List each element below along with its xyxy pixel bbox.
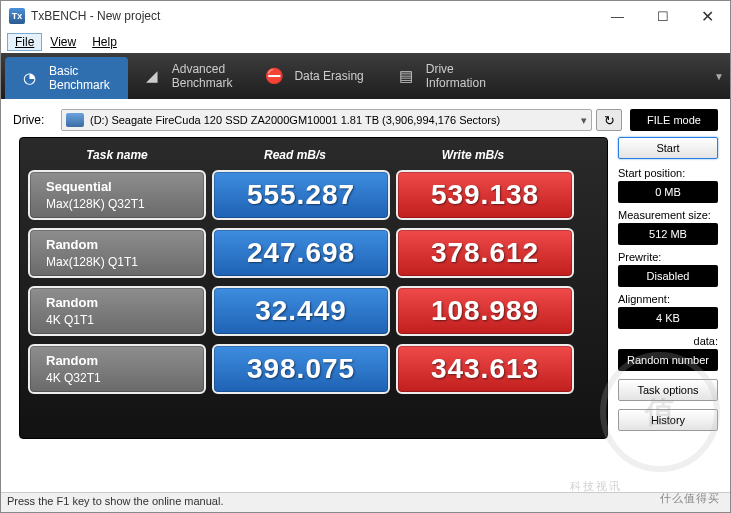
read-value: 32.449 (212, 286, 390, 336)
chart-icon: ◢ (142, 67, 162, 85)
window-title: TxBENCH - New project (31, 9, 595, 23)
erase-icon: ⛔ (264, 67, 284, 85)
drive-label: Drive: (13, 113, 61, 127)
data-value[interactable]: Random number (618, 349, 718, 371)
drive-icon: ▤ (396, 67, 416, 85)
data-label: data: (618, 335, 718, 347)
write-value: 539.138 (396, 170, 574, 220)
bench-row: Random4K Q1T1 32.449 108.989 (28, 286, 599, 336)
write-value: 378.612 (396, 228, 574, 278)
start-position-label: Start position: (618, 167, 718, 179)
measurement-size-label: Measurement size: (618, 209, 718, 221)
menu-help[interactable]: Help (84, 33, 125, 51)
close-button[interactable]: ✕ (685, 2, 730, 31)
side-panel: Start Start position: 0 MB Measurement s… (608, 137, 718, 439)
read-value: 555.287 (212, 170, 390, 220)
refresh-button[interactable]: ↻ (596, 109, 622, 131)
alignment-label: Alignment: (618, 293, 718, 305)
tab-data-erasing[interactable]: ⛔ Data Erasing (250, 53, 381, 99)
tab-basic-benchmark[interactable]: ◔ BasicBenchmark (5, 57, 128, 99)
measurement-size-value[interactable]: 512 MB (618, 223, 718, 245)
minimize-button[interactable]: ― (595, 2, 640, 31)
task-random-4k-q1t1[interactable]: Random4K Q1T1 (28, 286, 206, 336)
menu-view[interactable]: View (42, 33, 84, 51)
titlebar: Tx TxBENCH - New project ― ☐ ✕ (1, 1, 730, 31)
bench-row: Random4K Q32T1 398.075 343.613 (28, 344, 599, 394)
prewrite-value[interactable]: Disabled (618, 265, 718, 287)
tab-advanced-benchmark[interactable]: ◢ AdvancedBenchmark (128, 53, 251, 99)
read-value: 247.698 (212, 228, 390, 278)
disk-icon (66, 113, 84, 127)
task-random-max-q1t1[interactable]: RandomMax(128K) Q1T1 (28, 228, 206, 278)
bench-row: SequentialMax(128K) Q32T1 555.287 539.13… (28, 170, 599, 220)
menu-file[interactable]: File (7, 33, 42, 51)
file-mode-button[interactable]: FILE mode (630, 109, 718, 131)
benchmark-panel: Task name Read mB/s Write mB/s Sequentia… (19, 137, 608, 439)
prewrite-label: Prewrite: (618, 251, 718, 263)
history-button[interactable]: History (618, 409, 718, 431)
alignment-value[interactable]: 4 KB (618, 307, 718, 329)
bench-row: RandomMax(128K) Q1T1 247.698 378.612 (28, 228, 599, 278)
app-icon: Tx (9, 8, 25, 24)
drive-selected-text: (D:) Seagate FireCuda 120 SSD ZA2000GM10… (90, 114, 500, 126)
tabbar: ◔ BasicBenchmark ◢ AdvancedBenchmark ⛔ D… (1, 53, 730, 99)
write-value: 343.613 (396, 344, 574, 394)
drive-select[interactable]: (D:) Seagate FireCuda 120 SSD ZA2000GM10… (61, 109, 592, 131)
task-options-button[interactable]: Task options (618, 379, 718, 401)
gauge-icon: ◔ (19, 69, 39, 87)
write-value: 108.989 (396, 286, 574, 336)
read-value: 398.075 (212, 344, 390, 394)
start-position-value[interactable]: 0 MB (618, 181, 718, 203)
maximize-button[interactable]: ☐ (640, 2, 685, 31)
menubar: File View Help (1, 31, 730, 53)
tab-overflow-button[interactable]: ▼ (708, 53, 730, 99)
drive-row: Drive: (D:) Seagate FireCuda 120 SSD ZA2… (1, 99, 730, 137)
start-button[interactable]: Start (618, 137, 718, 159)
refresh-icon: ↻ (604, 113, 615, 128)
task-sequential-q32t1[interactable]: SequentialMax(128K) Q32T1 (28, 170, 206, 220)
header-read: Read mB/s (206, 148, 384, 162)
tab-drive-information[interactable]: ▤ DriveInformation (382, 53, 504, 99)
header-write: Write mB/s (384, 148, 562, 162)
status-bar: Press the F1 key to show the online manu… (1, 492, 730, 512)
header-task: Task name (28, 148, 206, 162)
task-random-4k-q32t1[interactable]: Random4K Q32T1 (28, 344, 206, 394)
